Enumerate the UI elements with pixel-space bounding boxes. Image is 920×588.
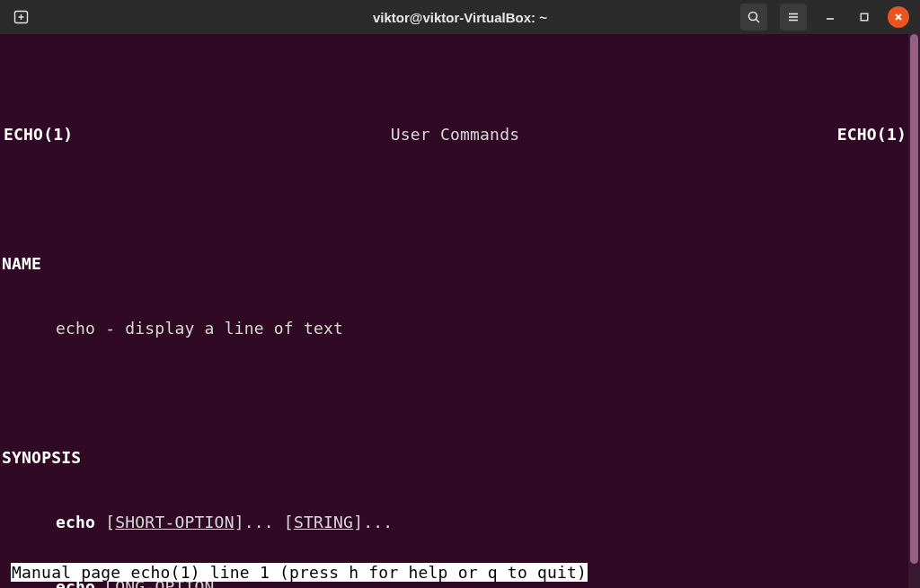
svg-line-4 [756,19,759,22]
close-button[interactable] [888,6,909,28]
titlebar-left [7,8,31,26]
man-header-row: ECHO(1) User Commands ECHO(1) [2,124,908,145]
man-header-left: ECHO(1) [4,124,73,145]
synopsis-line-1: echo [SHORT-OPTION]... [STRING]... [2,512,908,533]
titlebar-right [740,4,913,31]
minimize-button[interactable] [819,6,841,28]
maximize-button[interactable] [854,6,875,28]
section-synopsis: SYNOPSIS [2,447,908,469]
titlebar: viktor@viktor-VirtualBox: ~ [0,0,920,34]
syn-opt-string: STRING [294,513,353,531]
name-line: echo - display a line of text [2,318,908,339]
syn-cmd: echo [56,513,95,531]
man-status-line: Manual page echo(1) line 1 (press h for … [11,563,588,582]
manpage-content: ECHO(1) User Commands ECHO(1) NAME echo … [0,77,908,588]
syn-opt-short: SHORT-OPTION [115,513,234,531]
search-button[interactable] [740,4,767,31]
svg-point-3 [749,13,757,21]
man-header-right: ECHO(1) [837,124,907,145]
scrollbar-track[interactable] [908,34,920,588]
menu-button[interactable] [780,4,807,31]
scrollbar-thumb[interactable] [910,34,918,564]
man-header-center: User Commands [391,124,519,145]
terminal-viewport[interactable]: ECHO(1) User Commands ECHO(1) NAME echo … [0,34,908,588]
section-name: NAME [2,253,908,275]
new-tab-icon[interactable] [13,8,31,26]
svg-rect-9 [861,13,868,21]
